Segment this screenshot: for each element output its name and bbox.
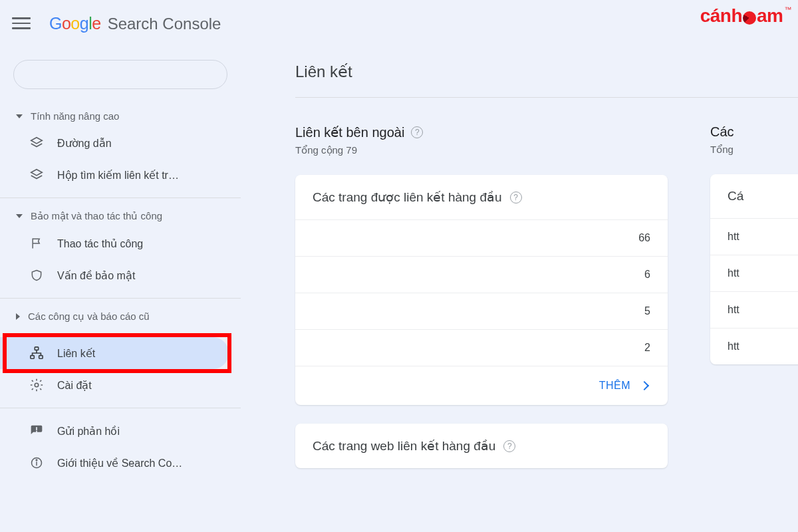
row-count: 66 [638,232,650,244]
nav-label: Đường dẫn [57,137,112,150]
section-total: Tổng [710,144,798,156]
external-links-section: Liên kết bên ngoài ? Tổng cộng 79 Các tr… [295,124,668,468]
nav-security-issues[interactable]: Vấn đề bảo mật [0,259,229,291]
card-title: Các trang được liên kết hàng đầu ? [295,175,668,219]
svg-rect-2 [39,356,43,359]
help-icon[interactable]: ? [411,126,423,138]
nav-label: Hộp tìm kiếm liên kết tr… [57,169,179,182]
feedback-icon [29,424,44,438]
property-selector[interactable] [13,60,227,89]
gear-icon [29,378,44,392]
layers-icon [29,136,44,150]
product-name: Search Console [108,15,221,33]
svg-point-3 [35,383,39,387]
table-row[interactable]: htt [710,218,798,255]
help-icon[interactable]: ? [510,192,522,203]
section-total: Tổng cộng 79 [295,144,668,156]
layers-icon [29,168,44,182]
nav-label: Gửi phản hồi [57,425,120,438]
overlay-watermark: cánham™ [700,7,791,25]
table-row[interactable]: htt [710,291,798,328]
logo-pie-icon [743,11,756,25]
top-linked-pages-card: Các trang được liên kết hàng đầu ? 66 6 … [295,175,668,405]
nav-label: Liên kết [57,347,95,360]
row-url: htt [728,231,739,243]
row-count: 5 [644,305,650,317]
chevron-down-icon [16,114,23,118]
menu-icon[interactable] [12,14,31,33]
chevron-right-icon [640,381,649,390]
table-row[interactable]: htt [710,328,798,364]
info-icon [29,456,44,470]
svg-point-6 [36,460,37,461]
nav-sitelinks-search[interactable]: Hộp tìm kiếm liên kết tr… [0,159,229,191]
shield-icon [29,268,44,283]
group-advanced[interactable]: Tính năng nâng cao [0,105,241,127]
table-row[interactable]: htt [710,255,798,291]
card-title: Cá [710,174,798,218]
product-logo[interactable]: Google Search Console [49,14,221,33]
svg-rect-0 [35,347,39,350]
section-title: Các [710,124,798,140]
nav-feedback[interactable]: Gửi phản hồi [0,415,229,447]
nav-label: Cài đặt [57,379,92,392]
more-button[interactable]: THÊM [295,366,668,405]
nav-about[interactable]: Giới thiệu về Search Co… [0,447,229,479]
svg-rect-1 [31,356,35,359]
row-count: 2 [644,342,650,354]
nav-label: Thao tác thủ công [57,237,143,250]
sidebar: Tính năng nâng cao Đường dẫn Hộp tìm kiế… [0,47,241,532]
table-row[interactable]: 66 [295,219,668,256]
top-linking-sites-card: Các trang web liên kết hàng đầu ? [295,424,668,468]
group-label: Tính năng nâng cao [31,110,119,122]
row-url: htt [728,340,739,352]
group-label: Bảo mật và thao tác thủ công [31,210,162,222]
nav-breadcrumbs[interactable]: Đường dẫn [0,127,229,159]
help-icon[interactable]: ? [503,440,515,452]
app-header: Google Search Console [0,0,798,47]
sitemap-icon [29,346,44,360]
group-legacy[interactable]: Các công cụ và báo cáo cũ [0,305,241,328]
chevron-right-icon [16,313,20,320]
group-label: Các công cụ và báo cáo cũ [28,311,150,323]
chevron-down-icon [16,214,23,218]
row-url: htt [728,267,739,279]
section-title: Liên kết bên ngoài ? [295,124,668,140]
nav-settings[interactable]: Cài đặt [0,369,229,401]
row-count: 6 [644,269,650,281]
nav-manual-actions[interactable]: Thao tác thủ công [0,227,229,259]
table-row[interactable]: 5 [295,293,668,329]
nav-links[interactable]: Liên kết [0,337,229,369]
row-url: htt [728,304,739,316]
internal-links-section: Các Tổng Cá htt htt htt htt [710,124,798,468]
page-title: Liên kết [295,63,798,98]
table-row[interactable]: 6 [295,256,668,293]
internal-top-pages-card: Cá htt htt htt htt [710,174,798,364]
flag-icon [29,236,44,251]
nav-label: Giới thiệu về Search Co… [57,457,182,469]
google-logo: Google [49,14,101,33]
nav-label: Vấn đề bảo mật [57,269,135,282]
main-content: Liên kết Liên kết bên ngoài ? Tổng cộng … [241,47,798,532]
table-row[interactable]: 2 [295,329,668,366]
card-title: Các trang web liên kết hàng đầu ? [295,424,668,468]
group-security[interactable]: Bảo mật và thao tác thủ công [0,205,241,227]
